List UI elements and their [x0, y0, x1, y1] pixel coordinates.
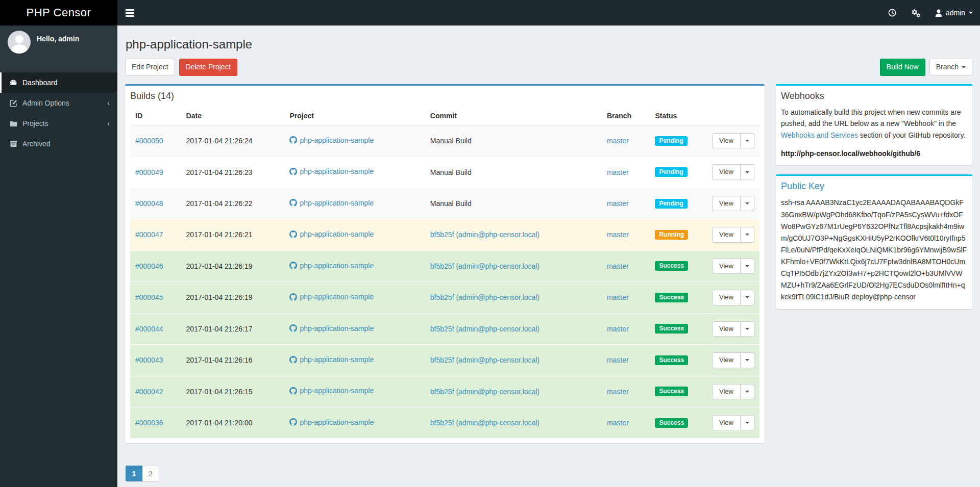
caret-down-icon	[745, 391, 749, 393]
build-date: 2017-01-04 21:26:15	[181, 376, 285, 407]
branch-link[interactable]: master	[607, 137, 629, 145]
commit-link[interactable]: bf5b25f (admin@php-censor.local)	[430, 325, 540, 333]
action-bar: Edit Project Delete Project Build Now Br…	[125, 59, 972, 76]
view-button[interactable]: View	[712, 133, 741, 148]
view-button[interactable]: View	[712, 415, 741, 430]
table-row: #000048 2017-01-04 21:26:22 php-applicat…	[130, 188, 760, 219]
build-now-button[interactable]: Build Now	[880, 59, 925, 76]
project-link[interactable]: php-application-sample	[289, 199, 374, 207]
project-link[interactable]: php-application-sample	[289, 230, 374, 238]
folder-icon	[9, 120, 17, 127]
build-id-link[interactable]: #000046	[135, 262, 163, 270]
branch-link[interactable]: master	[607, 230, 629, 239]
project-link[interactable]: php-application-sample	[289, 418, 374, 426]
view-dropdown-toggle[interactable]	[741, 196, 754, 211]
commit-link[interactable]: bf5b25f (admin@php-censor.local)	[430, 262, 540, 270]
build-history-button[interactable]	[881, 0, 903, 25]
build-id-link[interactable]: #000047	[135, 230, 163, 239]
commit-link[interactable]: bf5b25f (admin@php-censor.local)	[430, 293, 540, 301]
github-icon	[289, 387, 297, 395]
commit-link[interactable]: bf5b25f (admin@php-censor.local)	[430, 419, 540, 427]
edit-project-button[interactable]: Edit Project	[125, 59, 175, 76]
branch-link[interactable]: master	[607, 262, 629, 270]
sidebar-toggle-button[interactable]	[117, 0, 142, 25]
view-button[interactable]: View	[712, 352, 741, 368]
chevron-left-icon: ‹	[107, 121, 110, 126]
sidebar-item-archived[interactable]: Archived	[0, 134, 117, 154]
build-id-link[interactable]: #000049	[135, 168, 163, 176]
commit-link[interactable]: bf5b25f (admin@php-censor.local)	[430, 356, 540, 364]
commit-link[interactable]: bf5b25f (admin@php-censor.local)	[430, 388, 540, 396]
settings-button[interactable]	[903, 0, 928, 25]
caret-down-icon	[745, 296, 749, 298]
view-button[interactable]: View	[712, 259, 741, 274]
sidebar-item-admin-options[interactable]: Admin Options ‹	[0, 93, 117, 113]
builds-table: ID Date Project Commit Branch Status #00…	[130, 107, 760, 439]
view-dropdown-toggle[interactable]	[741, 384, 754, 399]
view-dropdown-toggle[interactable]	[741, 352, 754, 368]
page-button-1[interactable]: 1	[126, 466, 142, 481]
view-dropdown-toggle[interactable]	[741, 321, 754, 337]
view-dropdown-toggle[interactable]	[741, 259, 754, 274]
branch-link[interactable]: master	[607, 168, 629, 176]
view-button[interactable]: View	[712, 321, 741, 337]
sidebar-item-projects[interactable]: Projects ‹	[0, 113, 117, 134]
view-dropdown-toggle[interactable]	[741, 164, 754, 180]
branch-dropdown-button[interactable]: Branch	[929, 59, 972, 76]
project-link[interactable]: php-application-sample	[289, 387, 374, 395]
project-link[interactable]: php-application-sample	[289, 136, 374, 144]
build-id-link[interactable]: #000045	[135, 293, 163, 301]
project-link[interactable]: php-application-sample	[289, 293, 374, 301]
branch-link[interactable]: master	[607, 388, 629, 396]
branch-link[interactable]: master	[607, 356, 629, 364]
page-button-2[interactable]: 2	[142, 466, 159, 481]
build-id-link[interactable]: #000044	[135, 325, 163, 333]
column-header-status: Status	[650, 107, 707, 125]
view-dropdown-toggle[interactable]	[741, 415, 754, 430]
commit-text: Manual Build	[430, 137, 472, 145]
status-badge: Success	[655, 261, 688, 271]
project-link[interactable]: php-application-sample	[289, 324, 374, 332]
cogs-icon	[911, 9, 921, 17]
branch-link[interactable]: master	[607, 199, 629, 208]
build-id-link[interactable]: #000048	[135, 199, 163, 208]
table-row: #000050 2017-01-04 21:26:24 php-applicat…	[130, 125, 760, 156]
project-link[interactable]: php-application-sample	[289, 167, 374, 175]
view-button[interactable]: View	[712, 164, 741, 180]
public-key-panel-title: Public Key	[776, 176, 972, 197]
brand-logo[interactable]: PHP Censor	[0, 0, 117, 25]
webhooks-services-link[interactable]: Webhooks and Services	[781, 131, 858, 139]
project-link[interactable]: php-application-sample	[289, 355, 374, 364]
sidebar-item-dashboard[interactable]: Dashboard	[0, 72, 117, 93]
build-date: 2017-01-04 21:26:21	[181, 219, 285, 250]
github-icon	[289, 199, 297, 207]
builds-panel-title: Builds (14)	[125, 86, 765, 107]
branch-link[interactable]: master	[607, 325, 629, 333]
view-button[interactable]: View	[712, 227, 741, 242]
user-menu-button[interactable]: admin	[928, 0, 980, 25]
commit-link[interactable]: bf5b25f (admin@php-censor.local)	[430, 230, 540, 239]
build-date: 2017-01-04 21:26:23	[181, 157, 285, 188]
status-badge: Success	[655, 387, 688, 396]
view-dropdown-toggle[interactable]	[741, 290, 754, 305]
view-dropdown-toggle[interactable]	[741, 227, 754, 242]
view-dropdown-toggle[interactable]	[741, 133, 754, 148]
build-id-link[interactable]: #000036	[135, 419, 163, 427]
view-button[interactable]: View	[712, 196, 741, 211]
branch-link[interactable]: master	[607, 419, 629, 427]
table-row: #000046 2017-01-04 21:26:19 php-applicat…	[130, 250, 760, 281]
build-date: 2017-01-04 21:26:16	[181, 345, 285, 376]
view-button[interactable]: View	[712, 384, 741, 399]
builds-panel: Builds (14) ID Date Project Commit Branc…	[125, 84, 765, 444]
delete-project-button[interactable]: Delete Project	[179, 59, 237, 76]
build-id-link[interactable]: #000042	[135, 388, 163, 396]
column-header-actions	[707, 107, 760, 125]
build-id-link[interactable]: #000050	[135, 137, 163, 145]
pagination: 12	[126, 466, 159, 481]
view-button[interactable]: View	[712, 290, 741, 305]
github-icon	[289, 262, 297, 269]
branch-link[interactable]: master	[607, 293, 629, 301]
caret-down-icon	[745, 265, 749, 267]
project-link[interactable]: php-application-sample	[289, 262, 374, 270]
build-id-link[interactable]: #000043	[135, 356, 163, 364]
